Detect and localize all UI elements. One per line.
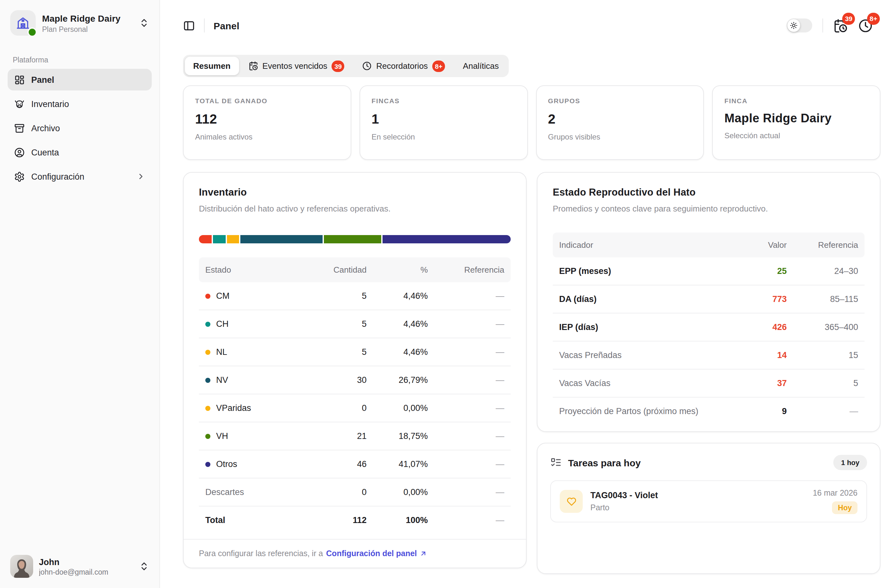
indicador-label: Proyección de Partos (próximo mes) bbox=[559, 406, 728, 416]
valor-value: 773 bbox=[728, 294, 787, 304]
status-dot bbox=[205, 350, 211, 354]
bar-segment-nl bbox=[227, 235, 241, 243]
status-dot bbox=[205, 378, 211, 382]
sidebar-item-panel[interactable]: Panel bbox=[8, 69, 152, 90]
ref-value: 5 bbox=[787, 378, 858, 388]
gear-icon bbox=[14, 171, 25, 182]
sidebar-item-archivo[interactable]: Archivo bbox=[8, 117, 152, 139]
inventario-subtitle: Distribución del hato activo y referenci… bbox=[199, 204, 511, 213]
tasks-count-badge: 1 hoy bbox=[833, 455, 867, 470]
bar-segment-otros bbox=[382, 235, 511, 243]
cantidad-value: 0 bbox=[310, 488, 367, 497]
indicador-label: Vacas Preñadas bbox=[559, 350, 728, 360]
stat-sub: Grupos visibles bbox=[548, 132, 692, 141]
table-row: Vacas Preñadas 14 15 bbox=[553, 342, 865, 369]
table-row: Otros 46 41,07% — bbox=[199, 450, 511, 478]
bar-segment-cm bbox=[199, 235, 213, 243]
stat-card-finca: FINCA Maple Ridge Dairy Selección actual bbox=[713, 86, 881, 160]
task-type: Parto bbox=[590, 503, 805, 512]
pct-value: 18,75% bbox=[367, 431, 428, 441]
ref-value: — bbox=[428, 488, 504, 497]
main-area: Panel 3 bbox=[160, 0, 883, 588]
ref-value: — bbox=[428, 319, 504, 329]
theme-toggle[interactable] bbox=[787, 18, 812, 33]
tab-label: Eventos vencidos bbox=[262, 61, 327, 71]
col-pct: % bbox=[367, 265, 428, 274]
reminders-count-badge: 8+ bbox=[867, 12, 880, 24]
pct-value: 4,46% bbox=[367, 291, 428, 301]
valor-value: 426 bbox=[728, 322, 787, 332]
chevrons-up-down-icon bbox=[139, 561, 149, 572]
tab-label: Resumen bbox=[193, 61, 230, 71]
sidebar-section-label: Plataforma bbox=[13, 56, 152, 64]
chevron-right-icon bbox=[137, 172, 145, 181]
table-row: Descartes 0 0,00% — bbox=[199, 478, 511, 507]
estado-label: NL bbox=[216, 347, 227, 357]
table-row: Proyección de Partos (próximo mes) 9 — bbox=[553, 398, 865, 425]
status-dot bbox=[205, 405, 211, 411]
bar-segment-nv bbox=[241, 235, 324, 243]
table-row: IEP (días) 426 365–400 bbox=[553, 314, 865, 342]
archive-icon bbox=[14, 123, 25, 134]
tasks-title: Tareas para hoy bbox=[568, 457, 641, 468]
sidebar-item-inventario[interactable]: Inventario bbox=[8, 93, 152, 115]
task-type-icon-box bbox=[560, 490, 583, 513]
col-referencia: Referencia bbox=[428, 265, 504, 274]
divider bbox=[823, 18, 823, 33]
estado-label: Otros bbox=[216, 459, 237, 469]
valor-value: 37 bbox=[728, 378, 787, 388]
panel-left-icon bbox=[183, 20, 195, 32]
sidebar-item-label: Configuración bbox=[31, 172, 84, 181]
repro-card: Estado Reproductivo del Hato Promedios y… bbox=[537, 172, 880, 432]
sidebar-item-configuracion[interactable]: Configuración bbox=[8, 166, 152, 187]
barn-icon bbox=[16, 16, 30, 30]
page-title: Panel bbox=[214, 20, 239, 31]
indicador-label: IEP (días) bbox=[559, 322, 728, 332]
external-link-icon bbox=[420, 550, 427, 557]
stat-sub: Animales activos bbox=[195, 132, 339, 141]
dashboard-icon bbox=[14, 74, 25, 85]
reminders-button[interactable]: 8+ bbox=[858, 18, 873, 33]
pct-value: 0,00% bbox=[367, 488, 428, 497]
task-item[interactable]: TAG0043 - Violet Parto 16 mar 2026 Hoy bbox=[550, 480, 867, 522]
footer-link-label: Configuración del panel bbox=[326, 549, 417, 558]
cantidad-value: 5 bbox=[310, 291, 367, 301]
ref-value: 15 bbox=[787, 350, 858, 360]
table-row: NV 30 26,79% — bbox=[199, 366, 511, 394]
stat-label: FINCA bbox=[725, 97, 869, 105]
stat-card-fincas: FINCAS 1 En selección bbox=[360, 86, 528, 160]
ref-value: — bbox=[428, 347, 504, 357]
tab-badge: 8+ bbox=[432, 60, 445, 72]
table-row: CM 5 4,46% — bbox=[199, 282, 511, 310]
tab-recordatorios[interactable]: Recordatorios 8+ bbox=[354, 57, 453, 75]
topbar: Panel 3 bbox=[160, 0, 883, 51]
panel-config-link[interactable]: Configuración del panel bbox=[326, 549, 427, 558]
sidebar-nav: Panel Inventario Archivo bbox=[8, 69, 152, 187]
org-switcher[interactable]: Maple Ridge Dairy Plan Personal bbox=[8, 9, 152, 37]
sidebar-toggle-button[interactable] bbox=[183, 20, 195, 32]
tabbar: Resumen Eventos vencidos 39 Recordator bbox=[183, 55, 509, 77]
bar-segment-ch bbox=[213, 235, 227, 243]
pct-value: 26,79% bbox=[367, 375, 428, 385]
sidebar-item-cuenta[interactable]: Cuenta bbox=[8, 141, 152, 163]
task-date: 16 mar 2026 bbox=[813, 489, 857, 498]
tab-resumen[interactable]: Resumen bbox=[185, 57, 239, 75]
table-row: Vacas Vacías 37 5 bbox=[553, 369, 865, 398]
valor-value: 14 bbox=[728, 350, 787, 360]
chevrons-up-down-icon bbox=[139, 18, 149, 28]
theme-toggle-thumb bbox=[787, 19, 800, 32]
ref-value: — bbox=[428, 375, 504, 385]
tab-eventos-vencidos[interactable]: Eventos vencidos 39 bbox=[240, 57, 353, 75]
tab-analiticas[interactable]: Analíticas bbox=[454, 57, 507, 75]
overdue-events-button[interactable]: 39 bbox=[833, 18, 848, 33]
pct-value: 0,00% bbox=[367, 403, 428, 413]
stat-cards: TOTAL DE GANADO 112 Animales activos FIN… bbox=[183, 86, 880, 160]
herd-distribution-bar bbox=[199, 235, 511, 243]
table-row: DA (días) 773 85–115 bbox=[553, 285, 865, 314]
estado-label: CH bbox=[216, 319, 229, 329]
user-menu[interactable]: John john-doe@gmail.com bbox=[8, 552, 152, 580]
task-animal: TAG0043 - Violet bbox=[590, 490, 805, 500]
table-row: VParidas 0 0,00% — bbox=[199, 394, 511, 422]
stat-value: Maple Ridge Dairy bbox=[725, 111, 869, 126]
ref-value: — bbox=[428, 515, 504, 525]
